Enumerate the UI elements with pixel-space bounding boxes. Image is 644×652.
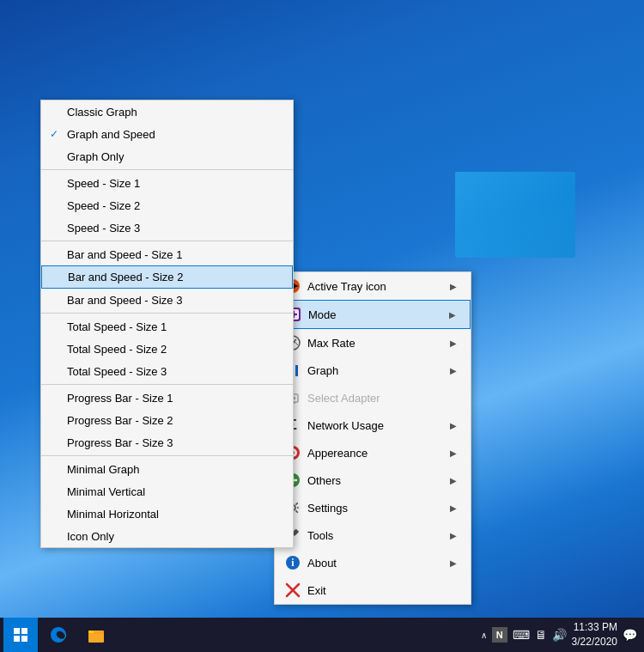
menu-max-rate[interactable]: Max Rate ▶ bbox=[275, 329, 471, 356]
mode-arrow: ▶ bbox=[449, 310, 456, 320]
mode-bar-speed-size-2[interactable]: Bar and Speed - Size 2 bbox=[41, 265, 293, 289]
action-center-icon[interactable]: 💬 bbox=[623, 628, 637, 642]
main-context-menu: Active Tray icon ▶ Mode ▶ Max Rate ▶ bbox=[274, 271, 471, 605]
menu-network-usage[interactable]: Σ Network Usage ▶ bbox=[275, 411, 471, 439]
menu-tools[interactable]: Tools ▶ bbox=[275, 521, 471, 549]
menu-graph[interactable]: Graph ▶ bbox=[275, 356, 471, 384]
separator-5 bbox=[41, 455, 293, 456]
svg-rect-31 bbox=[21, 636, 27, 642]
desktop-window bbox=[455, 172, 575, 258]
tray-volume-icon[interactable]: 🔊 bbox=[552, 628, 567, 642]
total-speed-size-3-label: Total Speed - Size 3 bbox=[67, 365, 279, 378]
menu-settings[interactable]: Settings ▶ bbox=[275, 494, 471, 521]
max-rate-label: Max Rate bbox=[307, 337, 436, 350]
check-graph-and-speed: ✓ bbox=[50, 128, 67, 140]
menu-appearance[interactable]: Appereance ▶ bbox=[275, 439, 471, 466]
graph-and-speed-label: Graph and Speed bbox=[67, 128, 279, 141]
taskbar-clock[interactable]: 11:33 PM 3/22/2020 bbox=[572, 620, 617, 649]
exit-label: Exit bbox=[307, 584, 457, 597]
tray-n-icon[interactable]: N bbox=[492, 627, 507, 643]
mode-bar-speed-size-3[interactable]: Bar and Speed - Size 3 bbox=[41, 289, 293, 311]
menu-active-tray[interactable]: Active Tray icon ▶ bbox=[275, 272, 471, 300]
graph-arrow: ▶ bbox=[450, 366, 457, 375]
mode-total-speed-size-3[interactable]: Total Speed - Size 3 bbox=[41, 360, 293, 382]
graph-label: Graph bbox=[307, 364, 436, 377]
separator-1 bbox=[41, 169, 293, 170]
svg-rect-29 bbox=[21, 628, 27, 634]
others-arrow: ▶ bbox=[450, 476, 457, 485]
minimal-horizontal-label: Minimal Horizontal bbox=[67, 508, 279, 521]
menu-others[interactable]: Others ▶ bbox=[275, 466, 471, 494]
active-tray-label: Active Tray icon bbox=[307, 280, 436, 293]
max-rate-arrow: ▶ bbox=[450, 338, 457, 348]
mode-icon-only[interactable]: Icon Only bbox=[41, 525, 293, 547]
total-speed-size-2-label: Total Speed - Size 2 bbox=[67, 343, 279, 356]
taskbar: ∧ N ⌨ 🖥 🔊 11:33 PM 3/22/2020 💬 bbox=[0, 618, 644, 652]
mode-submenu: Classic Graph ✓ Graph and Speed Graph On… bbox=[40, 100, 294, 548]
mode-progress-bar-size-1[interactable]: Progress Bar - Size 1 bbox=[41, 387, 293, 409]
graph-only-label: Graph Only bbox=[67, 150, 279, 163]
edge-taskbar-icon[interactable] bbox=[41, 618, 76, 652]
mode-minimal-graph[interactable]: Minimal Graph bbox=[41, 458, 293, 480]
mode-label: Mode bbox=[308, 308, 435, 321]
others-label: Others bbox=[307, 474, 436, 487]
taskbar-left bbox=[0, 618, 113, 652]
separator-3 bbox=[41, 313, 293, 314]
separator-2 bbox=[41, 241, 293, 241]
menu-mode[interactable]: Mode ▶ bbox=[275, 300, 471, 329]
tools-label: Tools bbox=[307, 529, 436, 542]
network-usage-arrow: ▶ bbox=[450, 421, 457, 430]
network-usage-label: Network Usage bbox=[307, 419, 436, 432]
clock-time: 11:33 PM bbox=[572, 620, 617, 635]
mode-minimal-vertical[interactable]: Minimal Vertical bbox=[41, 480, 293, 503]
mode-progress-bar-size-2[interactable]: Progress Bar - Size 2 bbox=[41, 409, 293, 431]
active-tray-arrow: ▶ bbox=[450, 282, 457, 291]
tray-network-icon[interactable]: 🖥 bbox=[535, 628, 547, 642]
mode-bar-speed-size-1[interactable]: Bar and Speed - Size 1 bbox=[41, 243, 293, 265]
minimal-graph-label: Minimal Graph bbox=[67, 463, 279, 476]
mode-progress-bar-size-3[interactable]: Progress Bar - Size 3 bbox=[41, 431, 293, 454]
settings-label: Settings bbox=[307, 502, 436, 515]
taskbar-right: ∧ N ⌨ 🖥 🔊 11:33 PM 3/22/2020 💬 bbox=[481, 620, 644, 649]
appearance-arrow: ▶ bbox=[450, 448, 457, 458]
mode-classic-graph[interactable]: Classic Graph bbox=[41, 101, 293, 123]
speed-size-1-label: Speed - Size 1 bbox=[67, 177, 279, 190]
about-label: About bbox=[307, 557, 436, 570]
menu-about[interactable]: i About ▶ bbox=[275, 549, 471, 576]
clock-date: 3/22/2020 bbox=[572, 635, 617, 649]
bar-speed-size-3-label: Bar and Speed - Size 3 bbox=[67, 294, 279, 307]
speed-size-2-label: Speed - Size 2 bbox=[67, 199, 279, 212]
tray-expand-button[interactable]: ∧ bbox=[481, 631, 487, 640]
mode-graph-and-speed[interactable]: ✓ Graph and Speed bbox=[41, 123, 293, 145]
tools-arrow: ▶ bbox=[450, 531, 457, 540]
mode-total-speed-size-2[interactable]: Total Speed - Size 2 bbox=[41, 338, 293, 360]
settings-arrow: ▶ bbox=[450, 503, 457, 513]
icon-only-label: Icon Only bbox=[67, 530, 279, 543]
start-button[interactable] bbox=[3, 618, 38, 652]
separator-4 bbox=[41, 384, 293, 385]
svg-rect-33 bbox=[88, 631, 94, 633]
explorer-taskbar-icon[interactable] bbox=[79, 618, 113, 652]
about-icon: i bbox=[283, 553, 302, 572]
about-arrow: ▶ bbox=[450, 558, 457, 568]
exit-icon bbox=[283, 581, 302, 600]
progress-bar-size-3-label: Progress Bar - Size 3 bbox=[67, 436, 279, 449]
bar-speed-size-2-label: Bar and Speed - Size 2 bbox=[68, 271, 278, 283]
progress-bar-size-2-label: Progress Bar - Size 2 bbox=[67, 414, 279, 427]
mode-speed-size-2[interactable]: Speed - Size 2 bbox=[41, 194, 293, 216]
mode-minimal-horizontal[interactable]: Minimal Horizontal bbox=[41, 503, 293, 525]
minimal-vertical-label: Minimal Vertical bbox=[67, 485, 279, 498]
svg-rect-30 bbox=[14, 636, 20, 642]
mode-speed-size-3[interactable]: Speed - Size 3 bbox=[41, 216, 293, 239]
menu-exit[interactable]: Exit bbox=[275, 576, 471, 604]
speed-size-3-label: Speed - Size 3 bbox=[67, 222, 279, 235]
mode-graph-only[interactable]: Graph Only bbox=[41, 145, 293, 168]
mode-total-speed-size-1[interactable]: Total Speed - Size 1 bbox=[41, 315, 293, 338]
progress-bar-size-1-label: Progress Bar - Size 1 bbox=[67, 392, 279, 405]
tray-keyboard-icon[interactable]: ⌨ bbox=[513, 628, 530, 642]
svg-rect-9 bbox=[295, 365, 298, 376]
total-speed-size-1-label: Total Speed - Size 1 bbox=[67, 320, 279, 333]
menu-select-adapter: Select Adapter bbox=[275, 384, 471, 411]
mode-speed-size-1[interactable]: Speed - Size 1 bbox=[41, 172, 293, 194]
classic-graph-label: Classic Graph bbox=[67, 106, 279, 119]
